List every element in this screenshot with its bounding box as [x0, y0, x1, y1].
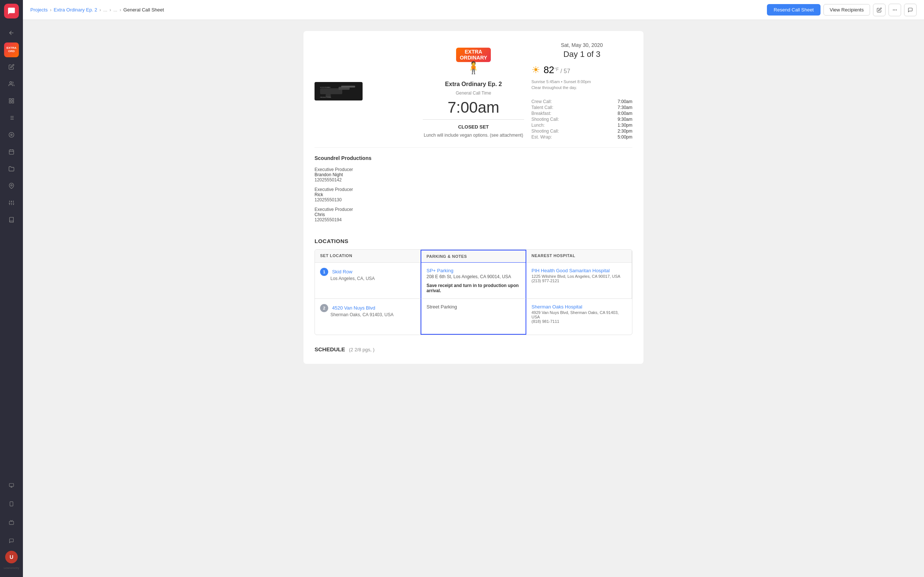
- production-contacts: Scoundrel Productions Executive Producer…: [315, 147, 632, 227]
- svg-rect-30: [10, 502, 13, 506]
- breadcrumb-sep4: ›: [120, 7, 121, 13]
- schedule-heading: SCHEDULE: [315, 346, 345, 352]
- shooting-call2-label: Shooting Call:: [531, 129, 559, 134]
- contact-1-name: Rick: [315, 192, 415, 197]
- project-thumbnail[interactable]: EXTRAORD: [4, 42, 19, 57]
- svg-text:PRODUCTIONS: PRODUCTIONS: [320, 97, 331, 98]
- callsheet-header: SCOUNDREL PRODUCTIONS EXTRAORDINARY: [315, 42, 632, 140]
- parking-item-1: SP+ Parking 208 E 6th St, Los Angeles, C…: [426, 268, 520, 293]
- breadcrumb-ellipsis2: ...: [113, 7, 118, 13]
- hospital-address-2: 4929 Van Nuys Blvd, Sherman Oaks, CA 914…: [531, 310, 627, 319]
- shooting-call-row: Shooting Call: 9:30am: [531, 116, 632, 122]
- sun-icon: ☀: [531, 64, 540, 76]
- parking-notes-header: PARKING & NOTES: [421, 250, 526, 263]
- loc-name-2[interactable]: 4520 Van Nuys Blvd: [332, 305, 375, 311]
- view-recipients-button[interactable]: View Recipients: [824, 4, 870, 16]
- edit-nav-item[interactable]: [4, 60, 19, 74]
- content-area: SCOUNDREL PRODUCTIONS EXTRAORDINARY: [23, 20, 924, 577]
- app-logo[interactable]: [4, 4, 19, 18]
- hospital-name-2[interactable]: Sherman Oaks Hospital: [531, 304, 627, 309]
- topnav-actions: Resend Call Sheet View Recipients: [767, 4, 917, 16]
- more-options-button[interactable]: [888, 4, 901, 16]
- scoundrel-logo-svg: SCOUNDREL PRODUCTIONS: [318, 84, 359, 98]
- breadcrumb-sep2: ›: [99, 7, 101, 13]
- breadcrumb-projects[interactable]: Projects: [30, 7, 48, 13]
- breadcrumb-sep1: ›: [50, 7, 52, 13]
- locations-title: LOCATIONS: [315, 238, 632, 244]
- list-nav-item[interactable]: [4, 110, 19, 125]
- device-mobile-icon[interactable]: [4, 496, 19, 511]
- svg-text:SCOUNDREL: SCOUNDREL: [320, 87, 331, 88]
- boards-nav-item[interactable]: [4, 93, 19, 108]
- parking-label-1: SP+ Parking: [426, 268, 520, 273]
- contact-0-role: Executive Producer: [315, 167, 415, 172]
- schedule-sub: (2 2/8 pgs, ): [349, 347, 375, 352]
- breadcrumb-show[interactable]: Extra Ordinary Ep. 2: [53, 7, 97, 13]
- street-parking-label: Street Parking: [426, 304, 520, 309]
- lunch-note: Lunch will include vegan options. (see a…: [424, 133, 523, 138]
- location-nav-item[interactable]: [4, 179, 19, 193]
- people-nav-item[interactable]: [4, 76, 19, 91]
- resend-callsheet-button[interactable]: Resend Call Sheet: [767, 4, 820, 16]
- sunrise-info: Sunrise 5:45am • Sunset 8:00pm: [531, 79, 632, 84]
- folder-nav-item[interactable]: [4, 161, 19, 176]
- shooting-call2-row: Shooting Call: 2:30pm: [531, 128, 632, 134]
- user-avatar[interactable]: U: [5, 551, 18, 563]
- show-logo: EXTRAORDINARY 🧍: [453, 45, 494, 78]
- temp-high: 82: [544, 64, 554, 75]
- crew-call-row: Crew Call: 7:00am: [531, 98, 632, 105]
- est-wrap-val: 5:00pm: [618, 134, 632, 140]
- svg-rect-3: [12, 101, 14, 103]
- sunset-text: Sunset 8:00pm: [564, 79, 591, 84]
- hospital-address-1: 1225 Wilshire Blvd, Los Angeles, CA 9001…: [531, 274, 627, 279]
- shooting-call-val: 9:30am: [618, 117, 632, 122]
- lunch-val: 1:30pm: [618, 122, 632, 128]
- svg-rect-32: [9, 521, 14, 525]
- svg-rect-2: [12, 98, 14, 100]
- svg-point-12: [11, 134, 12, 135]
- talent-call-label: Talent Call:: [531, 105, 553, 110]
- parking-address-1: 208 E 6th St, Los Angeles, CA 90014, USA: [426, 274, 520, 279]
- loc-address-1: Los Angeles, CA, USA: [330, 276, 415, 281]
- hospital-phone-1: (213) 977-2121: [531, 279, 627, 283]
- svg-rect-1: [9, 98, 11, 100]
- device-desktop-icon[interactable]: [4, 478, 19, 493]
- breadcrumb-sep3: ›: [110, 7, 111, 13]
- parking-notes-1: SP+ Parking 208 E 6th St, Los Angeles, C…: [421, 263, 526, 298]
- filter-nav-item[interactable]: [4, 195, 19, 210]
- svg-point-35: [893, 10, 893, 10]
- made-by-label: Leanometry: [4, 566, 19, 570]
- weather-condition: Clear throughout the day.: [531, 85, 632, 90]
- edit-icon-button[interactable]: [873, 4, 885, 16]
- parking-note-1: Save receipt and turn in to production u…: [426, 283, 520, 293]
- est-wrap-row: Est. Wrap: 5:00pm: [531, 134, 632, 140]
- back-arrow[interactable]: [4, 26, 19, 40]
- book-nav-item[interactable]: [4, 213, 19, 227]
- locations-grid: SET LOCATION PARKING & NOTES NEAREST HOS…: [315, 249, 632, 335]
- production-col-mid: [423, 155, 524, 227]
- svg-rect-4: [9, 101, 11, 103]
- loc-name-1[interactable]: Skid Row: [332, 269, 352, 274]
- contact-0-name: Brandon Night: [315, 172, 415, 177]
- hospital-name-1[interactable]: PIH Health Good Samaritan Hospital: [531, 268, 627, 273]
- chat-button[interactable]: [904, 4, 917, 16]
- hospital-item-1: PIH Health Good Samaritan Hospital 1225 …: [531, 268, 627, 283]
- device-chat-icon[interactable]: [4, 533, 19, 548]
- contact-2-role: Executive Producer: [315, 207, 415, 212]
- breakfast-row: Breakfast: 8:00am: [531, 110, 632, 116]
- svg-point-33: [895, 10, 895, 10]
- device-tv-icon[interactable]: [4, 515, 19, 530]
- calendar-nav-item[interactable]: [4, 144, 19, 159]
- sidebar: EXTRAORD: [0, 0, 23, 577]
- loc-address-2: Sherman Oaks, CA 91403, USA: [330, 312, 415, 318]
- contact-1-role: Executive Producer: [315, 187, 415, 192]
- hospital-1: PIH Health Good Samaritan Hospital 1225 …: [526, 263, 632, 298]
- date-weather-area: Sat, May 30, 2020 Day 1 of 3 ☀ 82°F / 57…: [531, 42, 632, 140]
- talent-call-row: Talent Call: 7:30am: [531, 105, 632, 110]
- svg-rect-39: [341, 86, 355, 87]
- grid-nav-item[interactable]: [4, 127, 19, 142]
- show-title: Extra Ordinary Ep. 2: [445, 81, 502, 87]
- shoot-day: Day 1 of 3: [531, 50, 632, 59]
- closed-set-label: CLOSED SET: [458, 124, 489, 130]
- set-location-1: 1 Skid Row Los Angeles, CA, USA: [315, 263, 421, 298]
